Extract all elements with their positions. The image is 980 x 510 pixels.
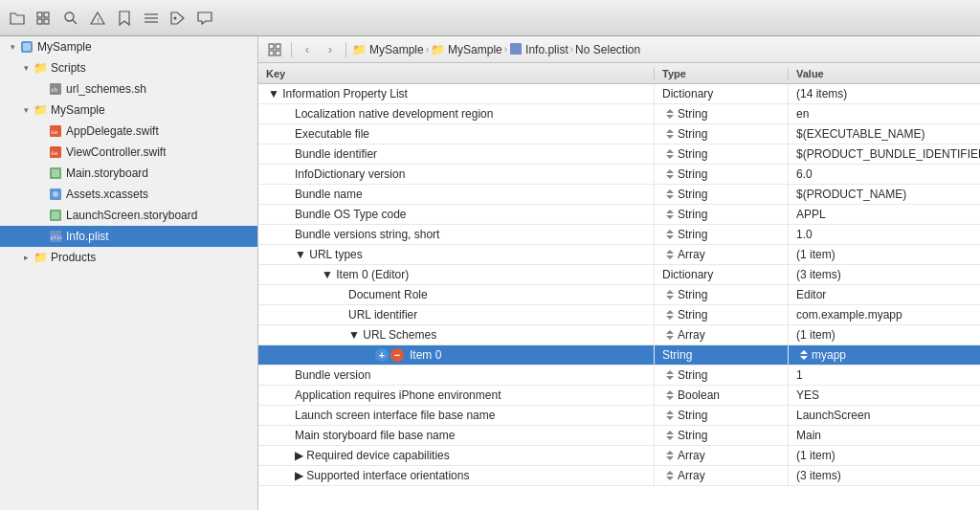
forward-button[interactable]: ›	[321, 40, 340, 59]
breadcrumb-label: MySample	[448, 43, 502, 56]
key-cell: Executable file	[258, 124, 655, 144]
sidebar-item-assets[interactable]: Assets.xcassets	[0, 184, 257, 205]
sidebar-item-viewcontroller[interactable]: sw ViewController.swift	[0, 142, 257, 163]
sidebar-item-label: LaunchScreen.storyboard	[66, 209, 197, 222]
table-row[interactable]: ▼ URL SchemesArray(1 item)	[258, 325, 980, 345]
list-icon[interactable]	[142, 9, 161, 28]
table-row[interactable]: ▶ Supported interface orientationsArray(…	[258, 466, 980, 486]
disclosure-arrow-products	[19, 251, 33, 264]
stepper-icon[interactable]	[662, 207, 678, 222]
bookmark-icon[interactable]	[115, 9, 134, 28]
sidebar-item-infoplist[interactable]: plist Info.plist	[0, 226, 257, 247]
stepper-icon[interactable]	[662, 227, 678, 242]
stepper-icon[interactable]	[662, 247, 678, 262]
type-cell: String	[655, 225, 789, 244]
sidebar-item-appdelegate[interactable]: sw AppDelegate.swift	[0, 121, 257, 142]
table-row[interactable]: Bundle versionString1	[258, 366, 980, 386]
stepper-icon[interactable]	[662, 367, 678, 383]
folder-open-icon[interactable]	[8, 9, 27, 28]
remove-button[interactable]: −	[390, 348, 404, 362]
sidebar-item-scripts[interactable]: 📁 Scripts	[0, 57, 257, 78]
table-row[interactable]: Localization native development regionSt…	[258, 104, 980, 124]
stepper-icon[interactable]	[662, 388, 678, 403]
value-cell: $(EXECUTABLE_NAME)	[789, 124, 980, 144]
key-label: Document Role	[348, 288, 428, 301]
table-row[interactable]: InfoDictionary versionString6.0	[258, 165, 980, 185]
stepper-icon[interactable]	[662, 187, 678, 202]
key-label: Bundle version	[295, 368, 370, 382]
stepper-icon[interactable]	[662, 468, 678, 483]
key-label: Item 0	[410, 348, 441, 362]
stepper-icon[interactable]	[662, 106, 678, 122]
breadcrumb-separator: ›	[426, 44, 429, 55]
search-icon[interactable]	[61, 9, 80, 28]
sidebar-item-main-storyboard[interactable]: Main.storyboard	[0, 163, 257, 184]
breadcrumb-item-mysample2[interactable]: 📁 MySample	[431, 43, 502, 56]
disclosure-arrow-mysample-root	[6, 40, 19, 54]
stepper-icon[interactable]	[662, 166, 678, 182]
table-row[interactable]: +−Item 0Stringmyapp	[258, 345, 980, 366]
swift-icon: sw	[48, 123, 63, 139]
table-row[interactable]: Bundle OS Type codeStringAPPL	[258, 205, 980, 225]
type-label: String	[678, 107, 707, 121]
stepper-icon[interactable]	[662, 307, 678, 322]
sidebar-item-launch-storyboard[interactable]: LaunchScreen.storyboard	[0, 205, 257, 226]
table-row[interactable]: ▶ Required device capabilitiesArray(1 it…	[258, 446, 980, 466]
table-row[interactable]: Document RoleStringEditor	[258, 285, 980, 305]
stepper-icon[interactable]	[662, 327, 678, 343]
sidebar-item-mysample-folder[interactable]: 📁 MySample	[0, 100, 257, 121]
svg-text:!: !	[98, 17, 100, 24]
stepper-icon[interactable]	[662, 126, 678, 142]
warning-icon[interactable]: !	[88, 9, 107, 28]
svg-rect-3	[44, 19, 49, 24]
type-label: Array	[678, 449, 705, 462]
type-label: String	[678, 127, 707, 141]
add-button[interactable]: +	[375, 348, 389, 362]
value-label: (3 items)	[796, 268, 841, 281]
grid-view-icon[interactable]	[266, 40, 285, 59]
table-row[interactable]: ▼ URL typesArray(1 item)	[258, 245, 980, 265]
table-row[interactable]: ▼ Item 0 (Editor)Dictionary(3 items)	[258, 265, 980, 285]
value-cell: LaunchScreen	[789, 406, 980, 425]
table-row[interactable]: URL identifierStringcom.example.myapp	[258, 305, 980, 325]
table-row[interactable]: Executable fileString$(EXECUTABLE_NAME)	[258, 124, 980, 144]
type-cell: Array	[655, 466, 789, 485]
table-row[interactable]: Bundle versions string, shortString1.0	[258, 225, 980, 245]
key-label: Bundle name	[295, 188, 363, 201]
table-row[interactable]: Bundle nameString$(PRODUCT_NAME)	[258, 185, 980, 205]
swift-icon: sw	[48, 144, 63, 160]
stepper-icon[interactable]	[662, 146, 678, 162]
add-remove-buttons[interactable]: +−	[375, 348, 404, 362]
sidebar-item-products[interactable]: 📁 Products	[0, 247, 257, 268]
tag-icon[interactable]	[168, 9, 188, 28]
sidebar-item-label: ViewController.swift	[66, 145, 166, 159]
speech-icon[interactable]	[195, 9, 214, 28]
svg-text:sh: sh	[51, 86, 58, 93]
table-row[interactable]: ▼ Information Property ListDictionary(14…	[258, 84, 980, 104]
stepper-icon[interactable]	[662, 428, 678, 443]
sidebar: MySample 📁 Scripts sh url_schemes.sh 📁 M…	[0, 36, 258, 510]
stepper-icon[interactable]	[662, 448, 678, 463]
value-cell: (1 item)	[789, 446, 980, 465]
stepper-icon[interactable]	[662, 287, 678, 302]
value-label[interactable]: myapp	[812, 348, 846, 362]
back-button[interactable]: ‹	[298, 40, 317, 59]
type-label: String	[678, 147, 707, 161]
table-row[interactable]: Application requires iPhone environmentB…	[258, 386, 980, 406]
type-label: String	[678, 368, 707, 382]
breadcrumb-item-infoplist[interactable]: Info.plist	[509, 42, 568, 57]
sidebar-item-url-schemes[interactable]: sh url_schemes.sh	[0, 78, 257, 100]
table-row[interactable]: Bundle identifierString$(PRODUCT_BUNDLE_…	[258, 144, 980, 165]
nav-bar: ‹ › 📁 MySample › 📁 MySample › In	[258, 36, 980, 63]
breadcrumb-item-mysample[interactable]: 📁 MySample	[352, 43, 424, 56]
stepper-icon[interactable]	[662, 408, 678, 423]
sidebar-item-mysample-root[interactable]: MySample	[0, 36, 257, 57]
value-cell: (3 items)	[789, 466, 980, 485]
table-row[interactable]: Launch screen interface file base nameSt…	[258, 406, 980, 426]
grid-icon[interactable]	[34, 9, 54, 28]
table-row[interactable]: Main storyboard file base nameStringMain	[258, 426, 980, 446]
sidebar-item-label: MySample	[51, 103, 105, 117]
value-stepper-icon[interactable]	[796, 347, 812, 363]
sidebar-item-label: Scripts	[51, 61, 86, 75]
value-cell: 1.0	[789, 225, 980, 244]
